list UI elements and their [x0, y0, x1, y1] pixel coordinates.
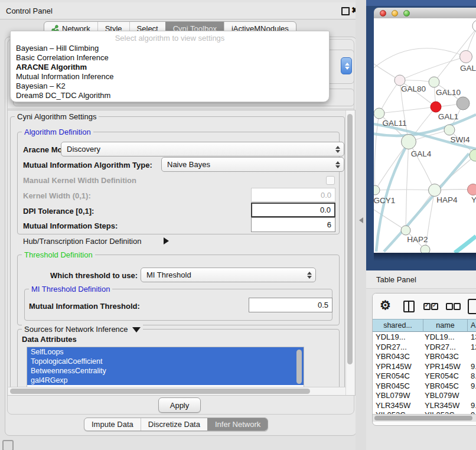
network-node[interactable]	[444, 125, 455, 135]
table-cell: 12	[471, 343, 476, 351]
resize-handle-icon[interactable]	[359, 217, 363, 223]
network-node[interactable]	[472, 20, 476, 32]
network-node[interactable]	[457, 97, 470, 110]
hub-expand-arrow-icon[interactable]	[164, 237, 169, 244]
algorithm-option[interactable]: Basic Correlation Inference	[11, 53, 329, 63]
table-hscrollbar-thumb[interactable]	[374, 416, 472, 420]
table-toolbar: ⚙ ✓ ✓	[373, 294, 476, 318]
algorithm-dropdown-list: Bayesian – Hill ClimbingBasic Correlatio…	[11, 44, 329, 100]
network-node[interactable]	[429, 184, 441, 197]
network-node[interactable]	[420, 245, 430, 253]
list-scrollbar-thumb[interactable]	[296, 350, 302, 384]
network-node[interactable]	[431, 102, 441, 112]
network-node-label: SWI4	[450, 135, 470, 144]
network-canvas[interactable]: GALGAL80GAL10GAL1GAL11SWI4GAL4GCY1HAP4YH…	[374, 18, 476, 253]
table-row[interactable]: YBR045CYBR045C9.	[373, 381, 476, 392]
kernel-width-label: Kernel Width (0,1):	[23, 191, 91, 200]
aracne-mode-combobox[interactable]: Discovery	[61, 142, 344, 156]
kernel-width-field[interactable]: 0.0	[251, 188, 335, 202]
deselect-checkbox-icon-2[interactable]	[454, 303, 461, 310]
network-edge[interactable]	[379, 107, 436, 113]
network-node[interactable]	[460, 51, 472, 63]
table-row[interactable]: YBL079WYBL079W	[373, 391, 476, 401]
manual-kernel-checkbox[interactable]	[326, 176, 335, 185]
tab-impute-data[interactable]: Impute Data	[84, 418, 141, 431]
network-node[interactable]	[374, 108, 384, 119]
data-attribute-option[interactable]: gal4RGexp	[27, 376, 304, 385]
table-cell: YBL079W	[376, 391, 410, 400]
network-edge[interactable]	[374, 48, 466, 68]
mi-steps-field[interactable]: 6	[251, 217, 335, 232]
data-attribute-option[interactable]: BetweennessCentrality	[27, 366, 304, 376]
select-all-checkbox-icon[interactable]: ✓	[423, 303, 431, 310]
sources-title[interactable]: Sources for Network Inference	[22, 325, 143, 334]
settings-vscrollbar-track[interactable]	[345, 110, 354, 395]
network-node[interactable]	[468, 184, 476, 195]
network-edge[interactable]	[406, 142, 409, 230]
apply-button[interactable]: Apply	[158, 397, 201, 413]
column-header-partial[interactable]: A	[468, 319, 476, 332]
close-traffic-light-icon[interactable]	[380, 10, 386, 17]
kernel-width-value: 0.0	[321, 191, 331, 200]
network-node[interactable]	[401, 226, 410, 235]
mi-threshold-value: 0.5	[318, 301, 328, 309]
tab-infer-network[interactable]: Infer Network	[207, 418, 268, 431]
table-cell: YDR27...	[425, 343, 456, 351]
mi-type-combobox[interactable]: Naive Bayes	[161, 157, 344, 172]
network-edge[interactable]	[455, 236, 476, 253]
mi-type-value: Naive Bayes	[167, 160, 210, 169]
minimized-panel-icon[interactable]	[2, 440, 14, 450]
tab-infer-network-label: Infer Network	[215, 420, 260, 429]
which-threshold-combobox[interactable]: MI Threshold	[141, 268, 316, 282]
table-row[interactable]: YDR27...YDR27...12	[373, 343, 476, 353]
data-attributes-listbox[interactable]: SelfLoopsTopologicalCoefficientBetweenne…	[27, 347, 304, 389]
algorithm-definition-title: Algorithm Definition	[22, 128, 93, 136]
data-attribute-option[interactable]: TopologicalCoefficient	[27, 357, 304, 366]
table-row[interactable]: YDL19...YDL19...13	[373, 332, 476, 343]
hub-definition-label[interactable]: Hub/Transcription Factor Definition	[23, 237, 141, 246]
deselect-checkbox-icon[interactable]	[446, 303, 453, 310]
table-row[interactable]: YLR345WYLR345W9.	[373, 401, 476, 411]
gear-icon[interactable]: ⚙	[380, 298, 391, 312]
network-window-titlebar[interactable]	[374, 8, 476, 19]
float-window-icon[interactable]	[341, 7, 350, 15]
network-node[interactable]	[402, 135, 416, 149]
table-row[interactable]: YER054CYER054C8.	[373, 371, 476, 381]
minimize-traffic-light-icon[interactable]	[392, 10, 398, 17]
algorithm-combobox-stepper[interactable]	[341, 57, 352, 74]
panel-divider-gutter[interactable]	[356, 0, 366, 450]
zoom-traffic-light-icon[interactable]	[403, 10, 410, 17]
network-edge[interactable]	[375, 190, 435, 190]
algorithm-option[interactable]: Bayesian – Hill Climbing	[11, 44, 329, 53]
network-edge[interactable]	[379, 80, 400, 113]
table-cell: YER054C	[425, 371, 459, 380]
mi-threshold-field[interactable]: 0.5	[249, 298, 332, 312]
algorithm-option[interactable]: Mutual Information Inference	[11, 72, 329, 81]
settings-hscrollbar-thumb[interactable]	[10, 389, 310, 394]
table-hscrollbar-track[interactable]	[373, 414, 476, 422]
network-node-label: GAL	[460, 64, 476, 73]
algorithm-option[interactable]: ARACNE Algorithm	[11, 63, 329, 72]
network-node[interactable]	[429, 77, 439, 87]
table-row[interactable]: YBR043CYBR043C	[373, 352, 476, 362]
settings-hscrollbar-track[interactable]	[8, 387, 353, 395]
sources-title-text: Sources for Network Inference	[24, 325, 128, 334]
data-attribute-option[interactable]: SelfLoops	[27, 347, 304, 357]
column-view-icon[interactable]	[403, 301, 415, 312]
algorithm-option[interactable]: Bayesian – K2	[11, 81, 329, 91]
network-node[interactable]	[374, 185, 380, 195]
mi-steps-value: 6	[327, 220, 331, 229]
import-table-icon[interactable]	[468, 299, 476, 314]
table-cell: YDR27...	[376, 343, 407, 351]
select-all-checkbox-icon-2[interactable]: ✓	[431, 303, 438, 310]
dpi-tolerance-value: 0.0	[320, 206, 331, 214]
collapse-arrow-icon[interactable]	[132, 327, 141, 332]
dpi-tolerance-field[interactable]: 0.0	[251, 203, 335, 217]
table-cell: YBR045C	[376, 381, 410, 390]
settings-vscrollbar-thumb[interactable]	[347, 114, 353, 364]
table-row[interactable]: YPR145WYPR145W9.	[373, 362, 476, 372]
column-header-name[interactable]: name	[423, 319, 468, 332]
algorithm-option[interactable]: Dream8 DC_TDC Algorithm	[11, 91, 329, 100]
tab-discretize-data[interactable]: Discretize Data	[141, 418, 207, 431]
column-header-shared-name[interactable]: shared...	[373, 319, 423, 332]
